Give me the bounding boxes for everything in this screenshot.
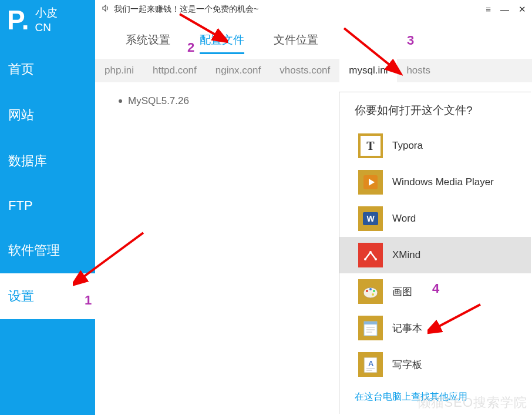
svg-text:A: A bbox=[368, 359, 374, 368]
app-name-label: Word bbox=[392, 213, 416, 225]
sidebar-item-database[interactable]: 数据库 bbox=[0, 138, 95, 184]
tab-label: 系统设置 bbox=[126, 34, 170, 46]
svg-point-11 bbox=[372, 293, 374, 296]
config-subtabs: php.ini httpd.conf nginx.conf vhosts.con… bbox=[95, 59, 532, 82]
app-name-label: 记事本 bbox=[392, 322, 422, 335]
promo-text: 我们一起来赚钱！这是一个免费的机会~ bbox=[114, 4, 258, 15]
titlebar: 我们一起来赚钱！这是一个免费的机会~ ≡ — ✕ bbox=[95, 0, 532, 18]
sidebar-item-label: 数据库 bbox=[8, 153, 47, 168]
wmp-icon bbox=[358, 170, 383, 195]
subtab-label: php.ini bbox=[105, 65, 134, 76]
app-name-label: 画图 bbox=[392, 285, 412, 299]
bullet-icon bbox=[119, 99, 122, 103]
subtab-httpd-conf[interactable]: httpd.conf bbox=[143, 59, 206, 82]
svg-rect-13 bbox=[364, 322, 377, 324]
subtab-vhosts-conf[interactable]: vhosts.conf bbox=[270, 59, 339, 82]
subtab-label: httpd.conf bbox=[153, 65, 197, 76]
subtab-label: vhosts.conf bbox=[280, 65, 330, 76]
annotation-number-2: 2 bbox=[187, 40, 194, 55]
app-item-wordpad[interactable]: A 写字板 bbox=[355, 346, 519, 383]
svg-point-5 bbox=[375, 258, 377, 260]
annotation-number-1: 1 bbox=[85, 293, 92, 308]
sidebar-item-label: FTP bbox=[8, 198, 33, 213]
app-name-label: Typora bbox=[392, 140, 423, 152]
sidebar-item-home[interactable]: 首页 bbox=[0, 46, 95, 92]
sidebar-item-ftp[interactable]: FTP bbox=[0, 184, 95, 227]
subtab-label: hosts bbox=[406, 65, 430, 76]
tab-system-settings[interactable]: 系统设置 bbox=[126, 32, 170, 54]
svg-point-4 bbox=[364, 258, 366, 260]
svg-point-8 bbox=[366, 290, 368, 292]
typora-icon: T bbox=[358, 133, 383, 158]
app-item-typora[interactable]: T Typora bbox=[355, 128, 519, 164]
tab-label: 文件位置 bbox=[274, 34, 318, 46]
app-item-wmp[interactable]: Windows Media Player bbox=[355, 164, 519, 200]
subtab-php-ini[interactable]: php.ini bbox=[95, 59, 143, 82]
tab-label: 配置文件 bbox=[200, 34, 244, 46]
subtab-mysql-ini[interactable]: mysql.ini bbox=[339, 59, 397, 82]
find-other-apps-link[interactable]: 在这台电脑上查找其他应用 bbox=[355, 391, 519, 403]
tab-file-location[interactable]: 文件位置 bbox=[274, 32, 318, 54]
wordpad-icon: A bbox=[358, 352, 383, 377]
app-item-word[interactable]: W Word bbox=[355, 200, 519, 237]
svg-text:W: W bbox=[366, 214, 375, 223]
sidebar: P. 小皮 CN 首页 网站 数据库 FTP 软件管理 设置 bbox=[0, 0, 95, 415]
word-icon: W bbox=[358, 206, 383, 231]
app-list: T Typora Windows Media Player W Word XMi… bbox=[355, 128, 519, 383]
sidebar-item-label: 网站 bbox=[8, 108, 34, 122]
subtab-label: nginx.conf bbox=[216, 65, 261, 76]
subtab-nginx-conf[interactable]: nginx.conf bbox=[206, 59, 271, 82]
sidebar-item-label: 首页 bbox=[8, 62, 34, 76]
open-with-dialog: 你要如何打开这个文件? T Typora Windows Media Playe… bbox=[339, 92, 531, 414]
logo-p-icon: P. bbox=[7, 9, 29, 32]
logo-brand-bottom: CN bbox=[35, 21, 58, 35]
dialog-title: 你要如何打开这个文件? bbox=[355, 103, 519, 118]
svg-point-6 bbox=[369, 251, 372, 253]
sidebar-item-settings[interactable]: 设置 bbox=[0, 273, 95, 319]
subtab-hosts[interactable]: hosts bbox=[397, 59, 440, 82]
paint-icon bbox=[358, 279, 383, 304]
app-item-xmind[interactable]: XMind bbox=[339, 237, 531, 273]
logo-brand-top: 小皮 bbox=[35, 6, 58, 21]
minimize-icon[interactable]: — bbox=[500, 4, 509, 15]
annotation-number-3: 3 bbox=[407, 33, 414, 48]
svg-point-10 bbox=[373, 290, 375, 292]
app-logo: P. 小皮 CN bbox=[0, 0, 95, 46]
menu-icon[interactable]: ≡ bbox=[486, 4, 491, 15]
app-item-notepad[interactable]: 记事本 bbox=[355, 310, 519, 346]
list-item-label: MySQL5.7.26 bbox=[128, 95, 189, 107]
speaker-icon bbox=[101, 4, 110, 15]
app-name-label: 写字板 bbox=[392, 358, 422, 372]
sidebar-item-label: 设置 bbox=[8, 289, 34, 303]
sidebar-item-label: 软件管理 bbox=[8, 243, 60, 257]
annotation-number-4: 4 bbox=[432, 281, 439, 296]
close-icon[interactable]: ✕ bbox=[518, 4, 526, 15]
tab-config-files[interactable]: 配置文件 bbox=[200, 32, 244, 54]
xmind-icon bbox=[358, 243, 383, 267]
sidebar-item-website[interactable]: 网站 bbox=[0, 92, 95, 138]
app-name-label: Windows Media Player bbox=[392, 176, 494, 188]
sidebar-item-software[interactable]: 软件管理 bbox=[0, 227, 95, 273]
subtab-label: mysql.ini bbox=[349, 65, 388, 76]
settings-tabs: 系统设置 配置文件 文件位置 bbox=[95, 18, 532, 54]
svg-point-9 bbox=[369, 288, 372, 290]
notepad-icon bbox=[358, 316, 383, 340]
app-name-label: XMind bbox=[392, 249, 420, 261]
